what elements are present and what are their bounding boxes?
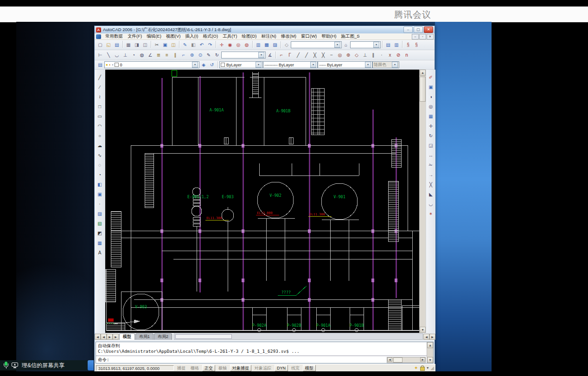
toggle-model[interactable]: 模型 — [303, 365, 316, 371]
toggle-lineweight[interactable]: 线宽 — [289, 365, 301, 371]
toggle-ortho[interactable]: 正交 — [202, 365, 215, 371]
redo-button[interactable]: ↷ — [206, 41, 214, 49]
status-menu-arrow-icon[interactable]: ▾ — [427, 366, 428, 370]
center-mark-button[interactable]: ⊙ — [196, 51, 205, 59]
snap-perpendicular-button[interactable]: ⊥ — [361, 51, 369, 59]
layer-previous-button[interactable]: ↺ — [208, 61, 216, 69]
revision-cloud-button[interactable]: ☁ — [95, 141, 104, 150]
scroll-up-icon[interactable]: ▲ — [427, 342, 433, 348]
stretch-button[interactable]: ↔ — [426, 150, 435, 160]
plot-preview-button[interactable]: ◨ — [133, 41, 141, 49]
osnap-settings-button[interactable]: n — [403, 51, 411, 59]
toggle-polar[interactable]: 极轴 — [217, 365, 229, 371]
linetype-combo[interactable]: ———— ByLayer ▾ — [263, 61, 318, 68]
scroll-right-icon[interactable]: ▶ — [420, 357, 425, 362]
menu-window[interactable]: 窗口(W) — [299, 33, 319, 39]
fillet-button[interactable]: ◡ — [426, 199, 435, 209]
block-editor-button[interactable]: ◧ — [189, 41, 198, 49]
snap-midpoint-button[interactable]: ╱ — [302, 51, 311, 59]
tab-last-icon[interactable]: ▶ — [113, 334, 119, 340]
plot-button[interactable]: ▦ — [124, 41, 133, 49]
dim-style-combo[interactable]: ▾ — [221, 52, 266, 58]
snap-nearest-button[interactable]: x — [386, 51, 394, 59]
mdi-minimize-button[interactable]: – — [412, 34, 419, 39]
offset-button[interactable]: ◎ — [426, 102, 435, 111]
microphone-icon[interactable] — [3, 362, 9, 369]
dim-edit-button[interactable]: ✎ — [205, 51, 213, 59]
mirror-button[interactable]: ◑ — [426, 92, 435, 102]
multiline-text-button[interactable]: A — [95, 248, 104, 258]
hscroll-right-icon[interactable]: ▶ — [429, 334, 435, 340]
menu-help[interactable]: 帮助(H) — [319, 33, 339, 39]
tab-next-icon[interactable]: ▶ — [107, 334, 113, 340]
cut-button[interactable]: ✂ — [153, 41, 161, 49]
menu-view[interactable]: 视图(V) — [164, 33, 183, 39]
chamfer-button[interactable]: ◣ — [426, 189, 435, 199]
quick-dimension-button[interactable]: ≣ — [154, 51, 163, 59]
move-button[interactable]: ✛ — [426, 121, 435, 131]
line-button[interactable]: ╱ — [95, 72, 104, 82]
secondary-combo[interactable]: ▾ — [350, 41, 381, 48]
command-vertical-scrollbar[interactable]: ▲ ▼ — [427, 342, 433, 363]
scrollbar-thumb[interactable] — [420, 77, 426, 102]
spline-button[interactable]: ∿ — [95, 150, 104, 160]
scroll-left-icon[interactable]: ◀ — [387, 357, 392, 362]
tolerance-button[interactable]: ⊕ — [188, 51, 196, 59]
copy-clip-button[interactable]: ▣ — [161, 41, 169, 49]
menu-common-data[interactable]: 常用数据 — [103, 33, 125, 39]
dim-radius-button[interactable]: ◔ — [129, 51, 138, 59]
circle-button[interactable]: ○ — [95, 131, 104, 141]
meeting-toolbar-edge[interactable] — [88, 360, 94, 370]
dim-linear-button[interactable]: ⊢ — [96, 51, 104, 59]
undo-button[interactable]: ↶ — [198, 41, 206, 49]
polyline-button[interactable]: ≀ — [95, 92, 104, 102]
rectangle-button[interactable]: ▭ — [95, 111, 104, 121]
snap-center-button[interactable]: ◎ — [336, 51, 344, 59]
tab-first-icon[interactable]: ◀ — [95, 334, 101, 340]
minimize-button[interactable]: – — [403, 26, 413, 33]
menu-format[interactable]: 格式(O) — [200, 33, 220, 39]
dim-continue-button[interactable]: ∥ — [171, 51, 179, 59]
close-button[interactable]: ✕ — [424, 26, 433, 33]
command-window[interactable]: 自动保存到 C:\Users\Administrator\AppData\Loc… — [96, 342, 434, 363]
snap-from-button[interactable]: Γ — [286, 51, 294, 59]
tool-palettes-button[interactable]: ▨ — [271, 41, 279, 49]
snap-none-button[interactable]: ⊘ — [394, 51, 403, 59]
snap-parallel-button[interactable]: ∥ — [369, 51, 377, 59]
layer-properties-manager-button[interactable]: ▤ — [96, 61, 104, 69]
properties-button[interactable]: ▥ — [254, 41, 262, 49]
tab-model[interactable]: 模型 — [119, 333, 135, 340]
menu-modify[interactable]: 修改(M) — [279, 33, 299, 39]
toggle-dyn[interactable]: DYN — [275, 365, 288, 371]
menu-draw[interactable]: 绘图(D) — [239, 33, 259, 39]
region-button[interactable]: ◩ — [95, 228, 104, 238]
plot-style-combo[interactable]: 随颜色 ▾ — [372, 61, 399, 68]
extend-button[interactable]: → — [426, 170, 435, 180]
toggle-otrack[interactable]: 对象追踪 — [253, 365, 273, 371]
dim-baseline-button[interactable]: ≡ — [163, 51, 171, 59]
copy-object-button[interactable]: ▣ — [426, 82, 435, 92]
menu-dimension[interactable]: 标注(N) — [259, 33, 279, 39]
color-combo[interactable]: ByLayer ▾ — [219, 61, 263, 68]
toggle-grid[interactable]: 栅格 — [189, 365, 201, 371]
dim-arc-button[interactable]: ◡ — [113, 51, 121, 59]
break-button[interactable]: ╳ — [426, 180, 435, 189]
menu-edit[interactable]: 编辑(E) — [144, 33, 164, 39]
temporary-track-point-button[interactable]: ⌐ — [277, 51, 286, 59]
etransmit-button[interactable]: § — [412, 41, 421, 49]
new-button[interactable]: ▢ — [96, 41, 104, 49]
snap-extension-button[interactable]: − — [327, 51, 336, 59]
dim-diameter-button[interactable]: ◍ — [138, 51, 146, 59]
scroll-down-icon[interactable]: ▼ — [427, 357, 433, 363]
drawing-vertical-scrollbar[interactable]: ▲ ▼ — [419, 70, 426, 333]
dim-ordinate-button[interactable]: ⊥ — [121, 51, 129, 59]
scroll-up-icon[interactable]: ▲ — [420, 70, 426, 76]
hatch-button[interactable]: ▨ — [95, 209, 104, 219]
rotate-button[interactable]: ↻ — [426, 131, 435, 141]
polygon-button[interactable]: □ — [95, 102, 104, 111]
save-button[interactable]: ▤ — [113, 41, 121, 49]
explode-button[interactable]: ✶ — [426, 209, 435, 219]
zoom-window-button[interactable]: ◎ — [234, 41, 243, 49]
snap-apparent-intersection-button[interactable]: ╳ — [319, 51, 327, 59]
hscroll-left-icon[interactable]: ◀ — [423, 334, 429, 340]
